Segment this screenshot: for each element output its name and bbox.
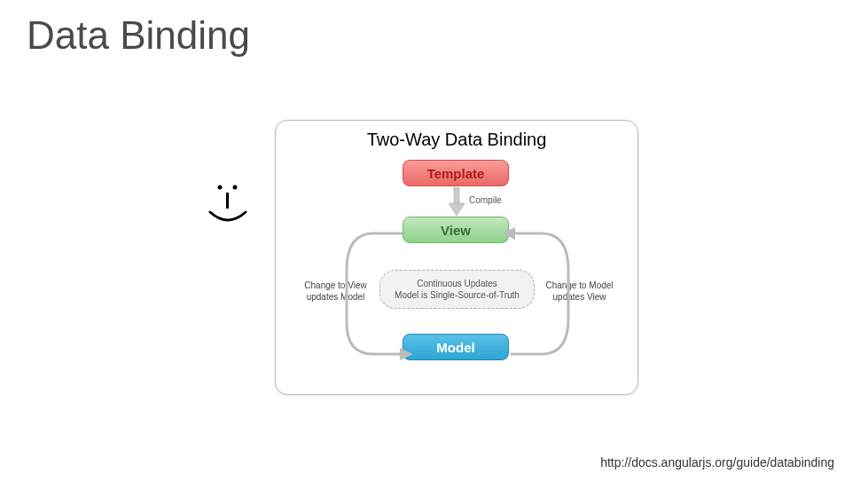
svg-point-0 [218, 185, 223, 190]
slide-title: Data Binding [27, 13, 250, 58]
diagram-panel: Two-Way Data Binding Template View Model… [275, 120, 638, 395]
svg-marker-4 [449, 203, 465, 216]
diagram-title: Two-Way Data Binding [276, 130, 637, 150]
model-box: Model [403, 334, 509, 360]
smiley-face-icon [199, 173, 262, 235]
svg-point-1 [233, 185, 238, 190]
svg-marker-5 [400, 348, 413, 360]
source-url: http://docs.angularjs.org/guide/databind… [600, 455, 834, 469]
left-loop-arrow-icon [338, 225, 418, 371]
svg-rect-2 [226, 193, 229, 209]
template-box: Template [403, 160, 509, 186]
continuous-line1: Continuous Updates [417, 278, 497, 289]
compile-arrow-icon [449, 187, 465, 221]
compile-label: Compile [469, 195, 502, 205]
svg-marker-6 [502, 227, 515, 240]
svg-rect-3 [454, 187, 459, 205]
right-loop-arrow-icon [497, 225, 577, 371]
